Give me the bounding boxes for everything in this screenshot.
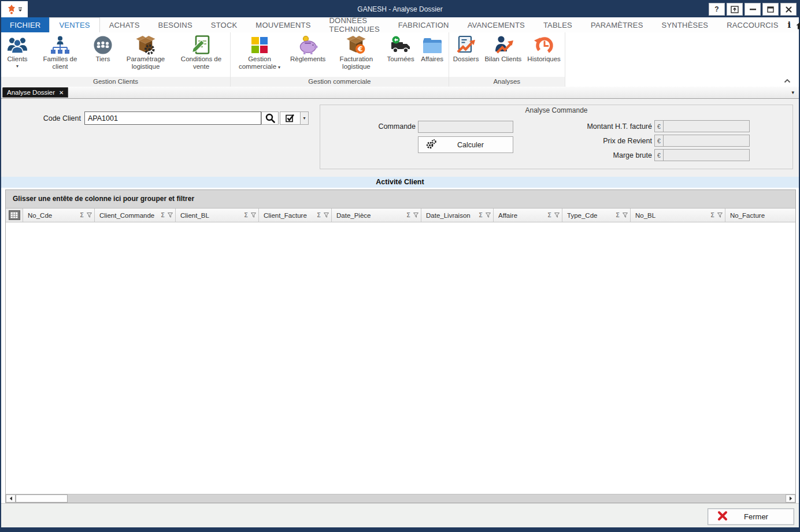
montant-ht-label: Montant H.T. facturé bbox=[483, 122, 652, 131]
prix-revient-currency: € bbox=[654, 135, 663, 147]
bilan-clients-button[interactable]: Bilan Clients bbox=[482, 34, 524, 63]
tab-analyse-dossier[interactable]: Analyse Dossier ✕ bbox=[2, 87, 68, 98]
dossiers-button[interactable]: Dossiers bbox=[450, 34, 482, 63]
tab-tables[interactable]: TABLES bbox=[534, 17, 582, 32]
help-button[interactable]: ? bbox=[709, 3, 725, 16]
validate-button[interactable] bbox=[280, 111, 301, 125]
facturation-logistique-label: Facturation logistique bbox=[331, 55, 381, 70]
window-controls: ? bbox=[709, 3, 799, 16]
sum-icon[interactable]: Σ bbox=[479, 211, 483, 219]
familles-de-client-button[interactable]: Familles de client bbox=[32, 34, 88, 70]
analyse-commande-title: Analyse Commande bbox=[320, 106, 792, 114]
tab-avancements[interactable]: AVANCEMENTS bbox=[458, 17, 534, 32]
filter-icon[interactable] bbox=[413, 213, 418, 218]
filter-icon[interactable] bbox=[87, 213, 92, 218]
sum-icon[interactable]: Σ bbox=[710, 211, 714, 219]
close-button[interactable] bbox=[780, 3, 797, 16]
sum-icon[interactable]: Σ bbox=[161, 211, 165, 219]
sum-icon[interactable]: Σ bbox=[406, 211, 410, 219]
tab-besoins[interactable]: BESOINS bbox=[149, 17, 202, 32]
clients-button[interactable]: Clients ▾ bbox=[2, 34, 32, 69]
search-icon bbox=[265, 113, 275, 123]
column-header-date-piece[interactable]: Date_Pièce Σ bbox=[332, 209, 421, 222]
grid-selector-icon[interactable] bbox=[9, 210, 20, 220]
column-header-no-facture[interactable]: No_Facture bbox=[725, 209, 795, 222]
filter-icon[interactable] bbox=[623, 213, 628, 218]
quick-access-toolbar[interactable] bbox=[1, 1, 28, 17]
filter-icon[interactable] bbox=[251, 213, 256, 218]
scrollbar-thumb[interactable] bbox=[16, 494, 68, 503]
parametrage-logistique-label: Paramétrage logistique bbox=[121, 55, 171, 70]
bilan-clients-icon bbox=[492, 35, 513, 55]
gestion-commerciale-button[interactable]: Gestion commerciale▾ bbox=[232, 34, 287, 71]
tab-mouvements[interactable]: MOUVEMENTS bbox=[246, 17, 320, 32]
tab-donnees-techniques[interactable]: DONNÉES TECHNIQUES bbox=[320, 17, 389, 32]
code-client-input[interactable] bbox=[84, 111, 261, 125]
scroll-left-icon bbox=[9, 496, 13, 501]
marge-brute-label: Marge brute bbox=[483, 151, 652, 159]
window-title: GANESH - Analyse Dossier bbox=[1, 5, 799, 13]
bilan-clients-label: Bilan Clients bbox=[484, 55, 521, 63]
conditions-de-vente-button[interactable]: Conditions de vente bbox=[173, 34, 229, 70]
column-header-client-commande[interactable]: Client_Commande Σ bbox=[95, 209, 176, 222]
search-button[interactable] bbox=[261, 111, 279, 125]
sum-icon[interactable]: Σ bbox=[317, 211, 321, 219]
horizontal-scrollbar[interactable] bbox=[6, 494, 795, 503]
tab-close-icon[interactable]: ✕ bbox=[59, 90, 64, 96]
tab-raccourcis[interactable]: RACCOURCIS bbox=[717, 17, 787, 32]
tab-fabrication[interactable]: FABRICATION bbox=[389, 17, 458, 32]
column-header-client-facture[interactable]: Client_Facture Σ bbox=[259, 209, 332, 222]
column-header-date-livraison[interactable]: Date_Livraison Σ bbox=[421, 209, 494, 222]
sum-icon[interactable]: Σ bbox=[547, 211, 551, 219]
tab-parametres[interactable]: PARAMÈTRES bbox=[582, 17, 653, 32]
marge-brute-row: Marge brute € bbox=[483, 149, 751, 161]
tab-fichier[interactable]: FICHIER bbox=[1, 17, 49, 32]
gestion-commerciale-dropdown-arrow: ▾ bbox=[278, 65, 280, 70]
tournees-button[interactable]: Tournées bbox=[384, 34, 417, 63]
filter-icon[interactable] bbox=[324, 213, 329, 218]
historiques-button[interactable]: Historiques bbox=[524, 34, 564, 63]
tab-list-dropdown-icon[interactable]: ▾ bbox=[791, 90, 794, 95]
prix-revient-row: Prix de Revient € bbox=[483, 135, 751, 147]
column-header-client-bl[interactable]: Client_BL Σ bbox=[176, 209, 259, 222]
filter-icon[interactable] bbox=[168, 213, 173, 218]
filter-icon[interactable] bbox=[717, 213, 723, 218]
facturation-logistique-button[interactable]: € Facturation logistique bbox=[328, 34, 384, 70]
column-header-type-cde[interactable]: Type_Cde Σ bbox=[562, 209, 631, 222]
ribbon-pin-button[interactable] bbox=[727, 3, 743, 16]
qat-customize-icon[interactable] bbox=[18, 7, 23, 12]
validate-dropdown-button[interactable]: ▾ bbox=[300, 111, 309, 125]
tiers-button[interactable]: Tiers bbox=[88, 34, 118, 63]
column-header-no-cde[interactable]: No_Cde Σ bbox=[23, 209, 95, 222]
grid-corner-cell[interactable] bbox=[6, 209, 23, 222]
reglements-button[interactable]: Règlements bbox=[287, 34, 328, 63]
scroll-right-button[interactable] bbox=[786, 494, 795, 503]
grid-body[interactable] bbox=[6, 222, 795, 494]
dossiers-label: Dossiers bbox=[453, 55, 479, 63]
info-icon[interactable]: i bbox=[788, 20, 791, 30]
minimize-button[interactable] bbox=[745, 3, 761, 16]
tab-stock[interactable]: STOCK bbox=[202, 17, 247, 32]
tab-ventes[interactable]: VENTES bbox=[49, 17, 99, 32]
tab-syntheses[interactable]: SYNTHÈSES bbox=[653, 17, 718, 32]
collapse-ribbon-button[interactable] bbox=[784, 75, 791, 85]
sum-icon[interactable]: Σ bbox=[616, 211, 620, 219]
column-header-no-bl[interactable]: No_BL Σ bbox=[631, 209, 725, 222]
sum-icon[interactable]: Σ bbox=[80, 211, 84, 219]
filter-icon[interactable] bbox=[486, 213, 491, 218]
affaires-button[interactable]: Affaires bbox=[417, 34, 447, 63]
dossiers-icon bbox=[455, 35, 476, 55]
home-icon[interactable] bbox=[796, 21, 800, 29]
sum-icon[interactable]: Σ bbox=[244, 211, 248, 219]
tab-achats[interactable]: ACHATS bbox=[100, 17, 149, 32]
maximize-button[interactable] bbox=[762, 3, 779, 16]
document-tab-strip: Analyse Dossier ✕ ▾ bbox=[1, 87, 799, 99]
scrollbar-track[interactable] bbox=[68, 494, 786, 503]
historiques-icon bbox=[534, 35, 554, 55]
group-by-hint[interactable]: Glisser une entête de colonne ici pour g… bbox=[6, 190, 795, 209]
column-header-affaire[interactable]: Affaire Σ bbox=[494, 209, 562, 222]
parametrage-logistique-button[interactable]: Paramétrage logistique bbox=[118, 34, 173, 70]
fermer-button[interactable]: Fermer bbox=[708, 508, 794, 525]
filter-icon[interactable] bbox=[554, 213, 560, 218]
scroll-left-button[interactable] bbox=[6, 494, 16, 503]
